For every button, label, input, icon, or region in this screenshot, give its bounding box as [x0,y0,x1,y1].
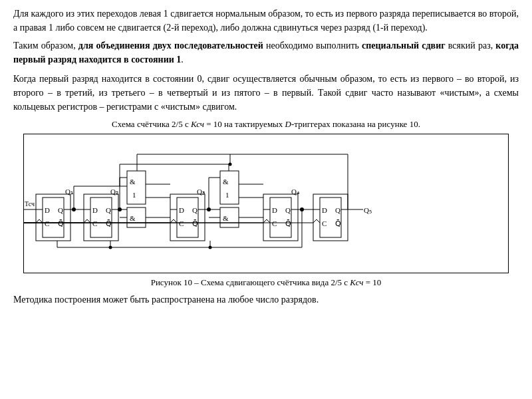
ff3-c-label: C [179,219,184,227]
circuit-svg: D C Q Q̄ Тсч Q₁ D C Q Q̄ Q₂ & 1 & [24,134,509,274]
and1-label: & [130,178,136,186]
final-text-content: Методика построения может быть распростр… [13,295,519,305]
and2-label: & [130,214,136,222]
ksch-label-bottom: Ксч [350,277,363,287]
ff1-d-label: D [45,206,50,214]
tsч-label: Тсч [25,200,35,207]
ff2-d-label: D [92,206,98,214]
q3-label: Q₃ [197,188,205,196]
ff4-inner [270,198,291,237]
ff4-d-label: D [272,206,277,214]
and4-label: & [223,214,229,222]
ff2-q-label: Q [106,206,111,214]
ff5-qbar-label: Q̄ [335,219,341,227]
paragraph-3: Когда первый разряд находится в состояни… [13,72,519,114]
ff5-inner [320,198,341,237]
ff4-c-label: C [272,219,277,227]
paragraph-2: Таким образом, для объединения двух посл… [13,39,519,66]
ff2-c-label: C [92,219,97,227]
q4-label: Q₄ [291,188,300,196]
circuit-diagram: D C Q Q̄ Тсч Q₁ D C Q Q̄ Q₂ & 1 & [23,134,509,273]
and1-box [127,171,146,204]
ff4-q-label: Q [285,206,291,214]
q1-label: Q₁ [65,188,73,196]
ff5-c-label: C [322,219,327,227]
bold-text-2: специальный сдвиг [362,41,446,51]
ff5-d-label: D [322,206,327,214]
and1-one-label: 1 [132,191,136,199]
ff3-d-label: D [179,206,184,214]
feedback-dot1 [229,163,232,166]
d-label: D [285,119,291,129]
diagram-caption-top: Схема счётчика 2/5 с Ксч = 10 на тактиру… [13,119,519,130]
text-block-2: Когда первый разряд находится в состояни… [13,72,519,114]
ksch-label-top: Ксч [191,119,204,129]
ff2-qbar-label: Q̄ [106,219,112,227]
ff1-inner [43,198,64,237]
text-block-1: Для каждого из этих переходов левая 1 сд… [13,7,519,66]
and3-one-label: 1 [225,191,229,199]
ff3-inner [177,198,198,237]
ff1-q-label: Q [58,206,63,214]
ff1-qbar-label: Q̄ [58,219,64,227]
ff2-inner [90,198,112,237]
ff4-qbar-label: Q̄ [285,219,291,227]
q5-label: Q₅ [364,206,372,214]
diagram-caption-bottom: Рисунок 10 – Схема сдвигающего счётчика … [13,277,519,288]
paragraph-1: Для каждого из этих переходов левая 1 сд… [13,7,519,35]
q2-label: Q₂ [110,188,118,196]
and3-label: & [223,178,229,186]
ff3-q-label: Q [192,206,198,214]
and3-box [220,171,239,204]
ff3-qbar-label: Q̄ [192,219,198,227]
ff1-c-label: C [45,219,49,227]
final-paragraph: Методика построения может быть распростр… [13,295,519,305]
ff5-q-label: Q [335,206,340,214]
bold-text-1: для объединения двух последовательностей [78,41,263,51]
